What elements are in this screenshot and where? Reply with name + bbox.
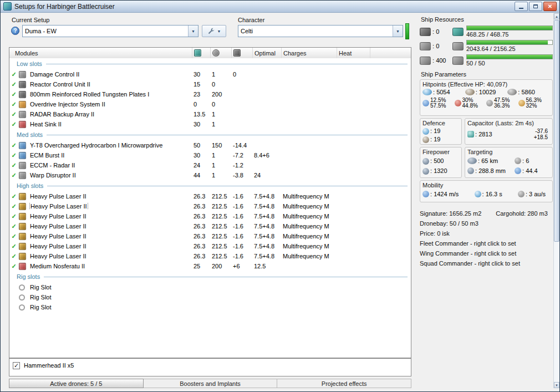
module-name: Reactor Control Unit II <box>28 81 192 88</box>
calibration-icon <box>420 57 431 65</box>
setup-combobox[interactable]: Duma - EW ▼ <box>22 25 198 37</box>
module-cpu: 26.3 <box>192 223 211 230</box>
module-row[interactable]: ✓Y-T8 Overcharged Hydrocarbon I Microwar… <box>9 140 411 150</box>
module-name: ECCM - Radar II <box>28 162 192 169</box>
module-name: Y-T8 Overcharged Hydrocarbon I Microwarp… <box>28 142 192 149</box>
chevron-down-icon[interactable]: ▼ <box>188 26 198 37</box>
module-pg: 212.5 <box>211 223 232 230</box>
bottom-tab[interactable]: Projected effects <box>277 379 411 388</box>
module-name: Rig Slot <box>28 294 192 301</box>
section-divider <box>44 277 408 277</box>
module-row[interactable]: ✓RADAR Backup Array II13.51 <box>9 109 411 119</box>
reactor-control-icon <box>19 81 26 88</box>
module-cpu: 24 <box>192 162 211 169</box>
character-value: Celti <box>238 28 393 34</box>
module-row[interactable]: ✓Heat Sink II301 <box>9 119 411 129</box>
help-icon[interactable]: ? <box>11 27 19 35</box>
module-row[interactable]: ✓ECCM - Radar II241-1.2 <box>9 160 411 170</box>
maximize-button[interactable] <box>529 2 542 11</box>
module-name: Damage Control II <box>28 71 192 78</box>
module-row[interactable]: ✓Heavy Pulse Laser II26.3212.5-1.67.5+4.… <box>9 241 411 251</box>
module-optimal: 7.5+4.8 <box>253 203 282 210</box>
max-targets-icon <box>515 157 521 164</box>
module-name: Heavy Pulse Laser II <box>28 223 192 230</box>
cpu-usage-text: 468.25 / 468.75 <box>466 31 553 38</box>
drone-checkbox[interactable]: ✓ <box>13 362 20 369</box>
dronebay-bar <box>466 54 553 59</box>
module-row[interactable]: ✓800mm Reinforced Rolled Tungsten Plates… <box>9 89 411 99</box>
module-row[interactable]: ✓Heavy Pulse Laser II26.3212.5-1.67.5+4.… <box>9 211 411 221</box>
module-row[interactable]: Rig Slot <box>9 282 411 292</box>
drone-item[interactable]: ✓Hammerhead II x5 <box>13 361 408 370</box>
module-cpu: 15 <box>192 81 211 88</box>
fitted-check-icon: ✓ <box>9 211 18 221</box>
hitpoints-panel: Hitpoints (Effective HP: 40,097) 5054 10… <box>420 79 553 116</box>
pulse-laser-icon <box>19 243 26 250</box>
module-optimal: 7.5+4.8 <box>253 213 282 220</box>
optimal-column-header[interactable]: Optimal <box>253 48 282 58</box>
module-row[interactable]: ✓Overdrive Injector System II00 <box>9 99 411 109</box>
bottom-tab[interactable]: Boosters and Implants <box>144 379 278 388</box>
close-button[interactable]: ✕ <box>543 2 557 11</box>
capacitor-column-header[interactable] <box>232 48 253 58</box>
fitted-check-icon: ✓ <box>9 119 18 129</box>
turret-hardpoint-icon <box>420 28 431 36</box>
dronebay-usage-text: 50 / 50 <box>466 60 553 67</box>
vertical-scrollbar[interactable]: ▲ ▼ <box>553 13 559 388</box>
module-row[interactable]: Rig Slot <box>9 302 411 312</box>
module-optimal: 12.5 <box>253 263 282 269</box>
cpu-column-header[interactable] <box>192 48 211 58</box>
info-line[interactable]: Wing Commander - right click to set <box>420 249 553 258</box>
setup-tools-button[interactable]: ▼ <box>202 25 226 37</box>
module-row[interactable]: ✓Heavy Pulse Laser II26.3212.5-1.67.5+4.… <box>9 191 411 201</box>
module-cpu: 30 <box>192 152 211 159</box>
module-cpu: 26.3 <box>192 253 211 259</box>
module-row[interactable]: ✓Heavy Pulse Laser II26.3212.5-1.67.5+4.… <box>9 251 411 261</box>
scrollbar-thumb[interactable] <box>554 20 559 242</box>
module-charges: Multifrequency M <box>282 243 337 250</box>
module-row[interactable]: ✓Medium Nosferatu II25200+612.5 <box>9 261 411 271</box>
module-cap: -1.6 <box>232 203 253 210</box>
module-row[interactable]: ✓Heavy Pulse Laser II26.3212.5-1.67.5+4.… <box>9 221 411 231</box>
drone-list: ✓Hammerhead II x5 <box>13 361 408 370</box>
scan-resolution: 288.8 mm <box>467 167 515 174</box>
info-line[interactable]: Fleet Commander - right click to set <box>420 239 553 248</box>
scroll-up-icon[interactable]: ▲ <box>554 13 559 19</box>
app-window: Setups for Harbinger Battlecruiser ✕ Cur… <box>0 0 560 392</box>
capacitor-icon <box>233 49 241 57</box>
rig-slot-icon <box>19 294 25 301</box>
scroll-down-icon[interactable]: ▼ <box>554 382 559 388</box>
module-row[interactable]: ✓ECM Burst II301-7.28.4+6 <box>9 150 411 160</box>
mobility-panel: Mobility 1424 m/s 16.3 s 3 au/s <box>420 180 553 202</box>
wrench-icon <box>207 27 215 35</box>
module-cpu: 23 <box>192 91 211 98</box>
powergrid-column-header[interactable] <box>211 48 232 58</box>
hitpoints-title: Hitpoints (Effective HP: 40,097) <box>422 81 550 88</box>
module-charges: Multifrequency M <box>282 253 337 259</box>
module-row[interactable]: ✓Warp Disruptor II441-3.824 <box>9 170 411 180</box>
module-cpu: 25 <box>192 263 211 269</box>
module-row[interactable]: Rig Slot <box>9 292 411 302</box>
chevron-down-icon[interactable]: ▼ <box>393 26 403 37</box>
module-name: Heavy Pulse Laser II <box>28 203 192 210</box>
fitted-check-icon: ✓ <box>9 79 18 89</box>
module-row[interactable]: ✓Heavy Pulse Laser II26.3212.5-1.67.5+4.… <box>9 201 411 211</box>
modules-column-header[interactable]: Modules <box>9 48 192 58</box>
character-combobox[interactable]: Celti ▼ <box>238 25 403 37</box>
heat-column-header[interactable]: Heat <box>337 48 370 58</box>
explosive-resist-icon <box>518 100 525 106</box>
module-pg: 212.5 <box>211 213 232 220</box>
module-pg: 1 <box>211 121 232 128</box>
module-cpu: 13.5 <box>192 111 211 118</box>
ship-parameters-title: Ship Parameters <box>421 71 553 78</box>
charges-column-header[interactable]: Charges <box>282 48 337 58</box>
info-line[interactable]: Squad Commander - right click to set <box>420 259 553 268</box>
turret-hardpoints-value: 0 <box>431 28 452 35</box>
setup-value: Duma - EW <box>23 28 188 34</box>
titlebar[interactable]: Setups for Harbinger Battlecruiser ✕ <box>1 1 559 13</box>
module-row[interactable]: ✓Heavy Pulse Laser II26.3212.5-1.67.5+4.… <box>9 231 411 241</box>
module-row[interactable]: ✓Reactor Control Unit II150 <box>9 79 411 89</box>
bottom-tab[interactable]: Active drones: 5 / 5 <box>9 379 144 388</box>
module-row[interactable]: ✓Damage Control II3010 <box>9 69 411 79</box>
minimize-button[interactable] <box>515 2 528 11</box>
